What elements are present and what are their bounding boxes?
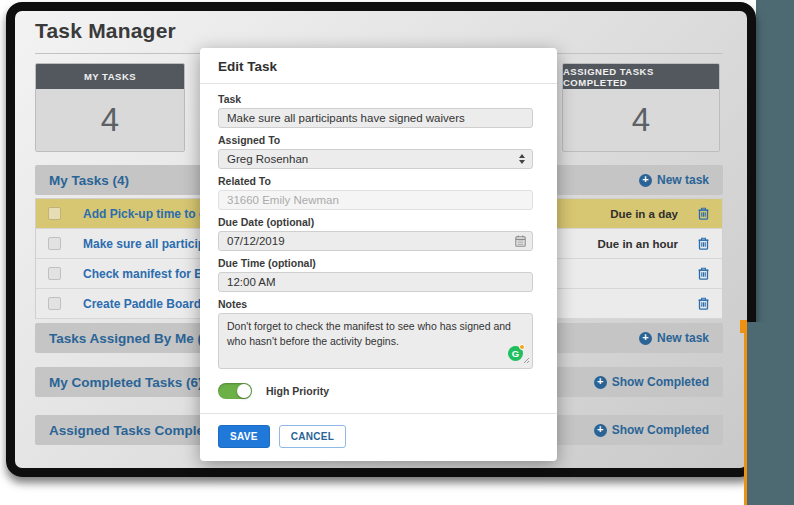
assigned-to-select[interactable]: Greg Rosenhan [218, 149, 533, 169]
related-to-label: Related To [218, 175, 533, 187]
task-input[interactable] [218, 108, 533, 128]
summary-card-assigned-tasks-completed: ASSIGNED TASKS COMPLETED 4 [562, 63, 720, 152]
page-title: Task Manager [35, 19, 176, 43]
section-title: Tasks Assigned By Me (1) [49, 331, 214, 346]
high-priority-label: High Priority [266, 385, 329, 397]
summary-card-label: ASSIGNED TASKS COMPLETED [563, 64, 719, 89]
task-checkbox[interactable] [48, 297, 61, 310]
new-task-label: New task [657, 173, 709, 187]
new-task-button[interactable]: + New task [639, 331, 709, 345]
due-date-field: Due Date (optional) [218, 216, 533, 251]
modal-body: Task Assigned To Greg Rosenhan Related T… [200, 84, 557, 413]
show-completed-label: Show Completed [612, 423, 709, 437]
trash-icon[interactable] [698, 297, 709, 310]
screenshot-canvas: Task Manager MY TASKS 4 ASSIGNED TASKS C… [0, 0, 794, 505]
summary-card-my-tasks: MY TASKS 4 [35, 63, 185, 152]
due-date-input[interactable] [218, 231, 533, 251]
plus-circle-icon: + [594, 424, 607, 437]
backdrop-teal-panel [744, 322, 794, 505]
new-task-label: New task [657, 331, 709, 345]
cancel-button[interactable]: CANCEL [279, 425, 346, 448]
section-title: My Completed Tasks (6) [49, 375, 203, 390]
due-date-label: Due Date (optional) [218, 216, 533, 228]
calendar-icon[interactable] [515, 235, 526, 247]
modal-footer: SAVE CANCEL [200, 413, 557, 461]
summary-card-label: MY TASKS [36, 64, 184, 89]
assigned-to-value: Greg Rosenhan [227, 153, 308, 165]
edit-task-modal: Edit Task Task Assigned To Greg Rosenhan… [200, 48, 557, 461]
due-badge: Due in a day [610, 208, 678, 220]
toggle-knob [237, 384, 251, 398]
summary-card-value: 4 [36, 89, 184, 151]
notes-textarea[interactable]: Don't forget to check the manifest to se… [218, 313, 533, 369]
related-to-input [218, 190, 533, 210]
plus-circle-icon: + [594, 376, 607, 389]
plus-circle-icon: + [639, 174, 652, 187]
resize-handle-icon[interactable] [523, 350, 530, 368]
section-title: My Tasks (4) [49, 173, 129, 188]
task-label: Task [218, 93, 533, 105]
up-down-arrows-icon [519, 154, 525, 164]
new-task-button[interactable]: + New task [639, 173, 709, 187]
assigned-to-field: Assigned To Greg Rosenhan [218, 134, 533, 169]
assigned-to-label: Assigned To [218, 134, 533, 146]
trash-icon[interactable] [698, 237, 709, 250]
trash-icon[interactable] [698, 207, 709, 220]
due-time-input[interactable] [218, 272, 533, 292]
show-completed-label: Show Completed [612, 375, 709, 389]
trash-icon[interactable] [698, 267, 709, 280]
task-field: Task [218, 93, 533, 128]
task-checkbox[interactable] [48, 207, 61, 220]
plus-circle-icon: + [639, 332, 652, 345]
show-completed-button[interactable]: + Show Completed [594, 375, 709, 389]
modal-title: Edit Task [200, 48, 557, 84]
notes-label: Notes [218, 298, 533, 310]
summary-card-value: 4 [563, 89, 719, 151]
due-time-label: Due Time (optional) [218, 257, 533, 269]
backdrop-orange-accent [740, 320, 747, 333]
show-completed-button[interactable]: + Show Completed [594, 423, 709, 437]
due-badge: Due in an hour [598, 238, 679, 250]
task-checkbox[interactable] [48, 267, 61, 280]
related-to-field: Related To [218, 175, 533, 210]
high-priority-toggle[interactable] [218, 383, 252, 399]
grammarly-icon[interactable]: G [508, 346, 523, 361]
high-priority-row: High Priority [218, 383, 533, 399]
task-checkbox[interactable] [48, 237, 61, 250]
notes-field: Notes Don't forget to check the manifest… [218, 298, 533, 373]
save-button[interactable]: SAVE [218, 425, 270, 448]
due-time-field: Due Time (optional) [218, 257, 533, 292]
